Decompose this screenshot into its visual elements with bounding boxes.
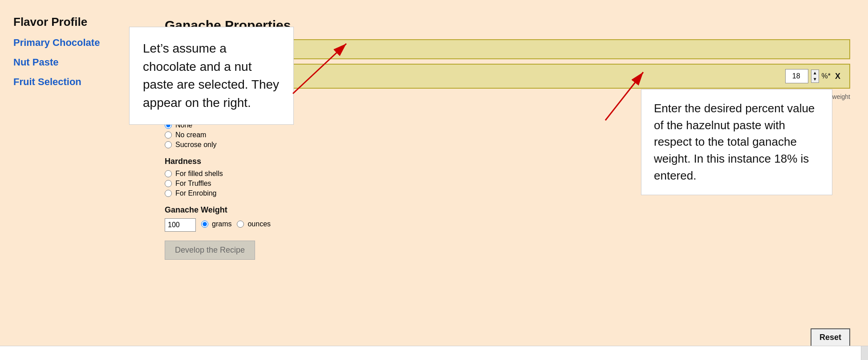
unit-grams: grams: [201, 220, 231, 228]
remove-hazelnut-button[interactable]: X: [833, 72, 842, 81]
tooltip-left-text: Let’s assume a chocolate and a nut paste…: [143, 41, 279, 110]
radio-no-cream-label: No cream: [175, 131, 206, 139]
ingredient-controls-hazelnut: ▲ ▼ %* X: [785, 69, 842, 83]
radio-sucrose-label: Sucrose only: [175, 141, 217, 149]
radio-enrobing[interactable]: [165, 190, 172, 197]
develop-recipe-button[interactable]: Develop the Recipe: [165, 241, 255, 260]
tooltip-right-text: Enter the desired percent value of the h…: [654, 102, 815, 182]
ganache-weight-label: Ganache Weight: [165, 205, 850, 215]
sidebar-item-nut-paste[interactable]: Nut Paste: [13, 57, 129, 68]
radio-ounces-label: ounces: [247, 220, 271, 228]
radio-grams-label: grams: [212, 220, 231, 228]
spinner-up-icon[interactable]: ▲: [811, 70, 819, 76]
unit-ounces: ounces: [237, 220, 271, 228]
bottom-row: Develop the Recipe: [165, 241, 850, 260]
sidebar-title: Flavor Profile: [13, 15, 129, 29]
radio-sucrose[interactable]: [165, 141, 172, 148]
reset-button[interactable]: Reset: [811, 328, 850, 347]
ganache-weight-input[interactable]: [165, 218, 196, 232]
sidebar: Flavor Profile Primary Chocolate Nut Pas…: [0, 11, 138, 360]
radio-truffles[interactable]: [165, 180, 172, 187]
percent-input-hazelnut[interactable]: [785, 69, 808, 83]
bottom-strip: [0, 346, 868, 360]
radio-filled-shells[interactable]: [165, 170, 172, 177]
scrollbar[interactable]: [861, 346, 868, 360]
radio-truffles-label: For Truffles: [175, 180, 211, 188]
ganache-weight-row: grams ounces: [165, 218, 850, 232]
radio-enrobing-label: For Enrobing: [175, 189, 217, 197]
sidebar-item-primary-chocolate[interactable]: Primary Chocolate: [13, 37, 129, 49]
radio-no-cream[interactable]: [165, 131, 172, 139]
percent-star-label: %*: [822, 72, 831, 80]
radio-filled-shells-label: For filled shells: [175, 170, 223, 178]
radio-ounces[interactable]: [237, 221, 244, 228]
hazelnut-spinner[interactable]: ▲ ▼: [811, 70, 819, 83]
spinner-down-icon[interactable]: ▼: [811, 76, 819, 82]
radio-grams[interactable]: [201, 221, 208, 228]
tooltip-right: Enter the desired percent value of the h…: [641, 89, 832, 195]
tooltip-left: Let’s assume a chocolate and a nut paste…: [129, 27, 294, 125]
sidebar-item-fruit-selection[interactable]: Fruit Selection: [13, 76, 129, 88]
